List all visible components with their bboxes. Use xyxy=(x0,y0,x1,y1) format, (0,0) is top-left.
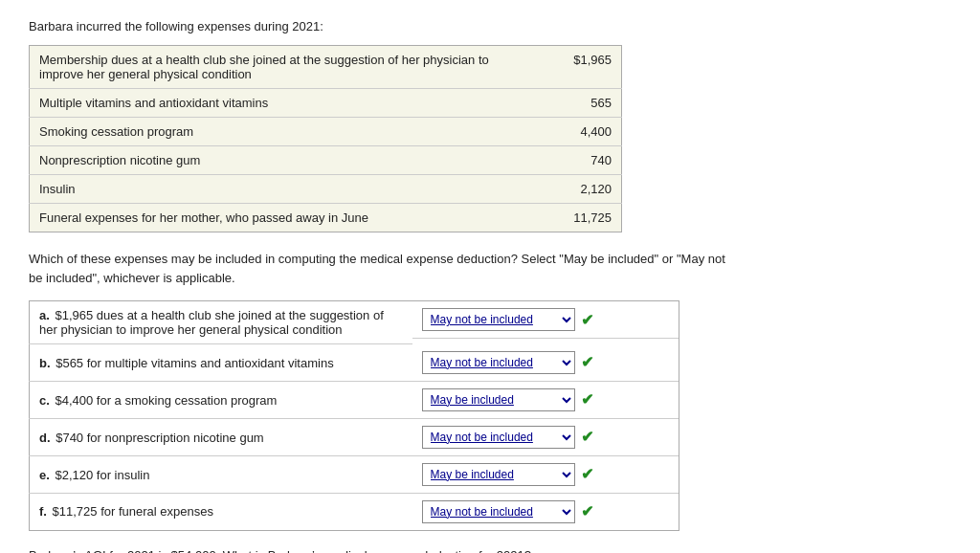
answer-row: c. $4,400 for a smoking cessation progra… xyxy=(30,382,679,419)
correct-icon: ✔ xyxy=(581,311,593,329)
answer-row: a. $1,965 dues at a health club she join… xyxy=(30,301,679,344)
answer-description: b. $565 for multiple vitamins and antiox… xyxy=(30,344,412,382)
expense-description: Nonprescription nicotine gum xyxy=(30,146,546,175)
question-text: Which of these expenses may be included … xyxy=(29,250,737,287)
answer-row: d. $740 for nonprescription nicotine gum… xyxy=(30,419,679,456)
answer-select-b[interactable]: May be includedMay not be included xyxy=(422,351,575,374)
answer-select-wrap: May be includedMay not be included✔ xyxy=(422,308,593,331)
answer-row: f. $11,725 for funeral expensesMay be in… xyxy=(30,494,679,531)
answer-row: e. $2,120 for insulinMay be includedMay … xyxy=(30,456,679,494)
expense-description: Insulin xyxy=(30,175,546,204)
expense-row: Insulin2,120 xyxy=(30,175,622,204)
intro-text: Barbara incurred the following expenses … xyxy=(29,19,951,33)
answer-description: e. $2,120 for insulin xyxy=(30,456,412,494)
answer-select-wrap: May be includedMay not be included✔ xyxy=(422,351,593,374)
expense-row: Multiple vitamins and antioxidant vitami… xyxy=(30,89,622,118)
answer-letter: f. xyxy=(39,504,47,519)
answer-select-d[interactable]: May be includedMay not be included xyxy=(422,426,575,449)
answer-letter: d. xyxy=(39,431,51,445)
correct-icon: ✔ xyxy=(581,428,593,446)
expense-amount: $1,965 xyxy=(546,46,622,89)
answer-select-wrap: May be includedMay not be included✔ xyxy=(422,388,593,411)
answer-letter: c. xyxy=(39,393,50,408)
answer-select-e[interactable]: May be includedMay not be included xyxy=(422,463,575,486)
expense-row: Funeral expenses for her mother, who pas… xyxy=(30,204,622,232)
expense-amount: 740 xyxy=(546,146,622,175)
expense-amount: 2,120 xyxy=(546,175,622,204)
expense-description: Smoking cessation program xyxy=(30,118,546,146)
answer-select-a[interactable]: May be includedMay not be included xyxy=(422,308,575,331)
expense-row: Membership dues at a health club she joi… xyxy=(30,46,622,89)
answer-description: a. $1,965 dues at a health club she join… xyxy=(30,301,412,344)
answer-description: d. $740 for nonprescription nicotine gum xyxy=(30,419,412,456)
expense-amount: 11,725 xyxy=(546,204,622,232)
answer-table: a. $1,965 dues at a health club she join… xyxy=(29,300,679,531)
expense-row: Nonprescription nicotine gum740 xyxy=(30,146,622,175)
answer-select-wrap: May be includedMay not be included✔ xyxy=(422,426,593,449)
answer-description: c. $4,400 for a smoking cessation progra… xyxy=(30,382,412,419)
expense-amount: 565 xyxy=(546,89,622,118)
expense-description: Multiple vitamins and antioxidant vitami… xyxy=(30,89,546,118)
answer-row: b. $565 for multiple vitamins and antiox… xyxy=(30,344,679,382)
answer-letter: e. xyxy=(39,468,50,482)
answer-description: f. $11,725 for funeral expenses xyxy=(30,494,412,531)
correct-icon: ✔ xyxy=(581,502,593,520)
answer-select-wrap: May be includedMay not be included✔ xyxy=(422,500,593,523)
correct-icon: ✔ xyxy=(581,465,593,483)
expense-amount: 4,400 xyxy=(546,118,622,146)
expense-table: Membership dues at a health club she joi… xyxy=(29,45,622,232)
correct-icon: ✔ xyxy=(581,353,593,371)
answer-letter: a. xyxy=(39,308,50,322)
answer-select-c[interactable]: May be includedMay not be included xyxy=(422,388,575,411)
correct-icon: ✔ xyxy=(581,390,593,409)
expense-description: Funeral expenses for her mother, who pas… xyxy=(30,204,546,232)
answer-select-f[interactable]: May be includedMay not be included xyxy=(422,500,575,523)
answer-select-wrap: May be includedMay not be included✔ xyxy=(422,463,593,486)
expense-description: Membership dues at a health club she joi… xyxy=(30,46,546,89)
answer-letter: b. xyxy=(39,356,51,370)
expense-row: Smoking cessation program4,400 xyxy=(30,118,622,146)
agi-question: Barbara’s AGI for 2021 is $54,000. What … xyxy=(29,548,951,554)
